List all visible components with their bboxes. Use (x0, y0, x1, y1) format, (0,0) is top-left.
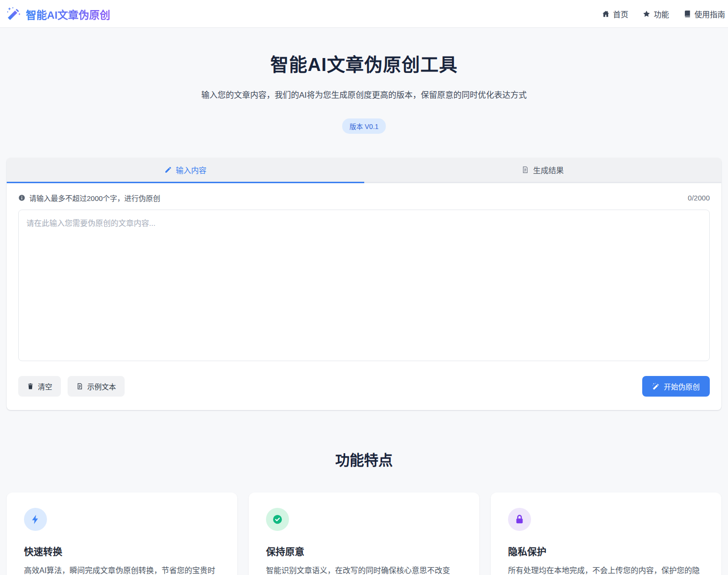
feature-desc: 所有处理均在本地完成，不会上传您的内容，保护您的隐私安全 (508, 565, 704, 575)
feature-desc: 高效AI算法，瞬间完成文章伪原创转换，节省您的宝贵时间 (24, 565, 220, 575)
feature-icon-circle (508, 508, 531, 531)
document-icon (521, 166, 529, 174)
app-logo[interactable]: 智能AI文章伪原创 (7, 6, 110, 22)
nav-item-label: 功能 (654, 8, 669, 20)
nav-item-guide[interactable]: 使用指南 (683, 8, 725, 20)
tab-label: 输入内容 (176, 164, 207, 176)
nav-item-features[interactable]: 功能 (643, 8, 669, 20)
features-section: 功能特点 快速转换 高效AI算法，瞬间完成文章伪原创转换，节省您的宝贵时间 保持… (0, 448, 728, 575)
hint-row: 请输入最多不超过2000个字，进行伪原创 0/2000 (18, 193, 710, 203)
feature-desc: 智能识别文章语义，在改写的同时确保核心意思不改变 (266, 565, 462, 575)
feature-title: 保持原意 (266, 544, 462, 558)
editor-tabbar: 输入内容 生成结果 (7, 158, 721, 183)
tab-label: 生成结果 (533, 164, 564, 176)
start-rewrite-button[interactable]: 开始伪原创 (642, 376, 710, 397)
check-circle-icon (272, 514, 283, 525)
trash-icon (27, 383, 34, 390)
features-title: 功能特点 (0, 448, 728, 469)
feature-icon-circle (266, 508, 289, 531)
info-icon (18, 194, 25, 201)
feature-grid: 快速转换 高效AI算法，瞬间完成文章伪原创转换，节省您的宝贵时间 保持原意 智能… (7, 493, 721, 575)
sample-text-button-label: 示例文本 (87, 381, 116, 391)
footer-left-buttons: 清空 示例文本 (18, 376, 125, 397)
sample-text-button[interactable]: 示例文本 (68, 376, 125, 397)
article-input[interactable] (18, 210, 710, 361)
nav-item-label: 首页 (613, 8, 628, 20)
magic-wand-icon (652, 383, 660, 390)
editor-card: 输入内容 生成结果 请输入最多不超过2000个字，进行伪原创 0/2000 (7, 158, 721, 410)
hero-section: 智能AI文章伪原创工具 输入您的文章内容，我们的AI将为您生成原创度更高的版本，… (0, 28, 728, 134)
lock-icon (514, 514, 525, 525)
start-rewrite-label: 开始伪原创 (664, 381, 700, 391)
feature-card-fast-convert: 快速转换 高效AI算法，瞬间完成文章伪原创转换，节省您的宝贵时间 (7, 493, 237, 575)
app-title: 智能AI文章伪原创 (26, 6, 110, 22)
page-title: 智能AI文章伪原创工具 (0, 50, 728, 76)
pencil-icon (164, 166, 172, 174)
magic-wand-icon (7, 7, 21, 21)
input-hint-text: 请输入最多不超过2000个字，进行伪原创 (29, 193, 160, 203)
input-hint: 请输入最多不超过2000个字，进行伪原创 (18, 193, 160, 203)
document-icon (76, 383, 83, 390)
version-badge: 版本 V0.1 (342, 118, 386, 134)
feature-icon-circle (24, 508, 47, 531)
feature-card-privacy: 隐私保护 所有处理均在本地完成，不会上传您的内容，保护您的隐私安全 (491, 493, 721, 575)
feature-card-keep-meaning: 保持原意 智能识别文章语义，在改写的同时确保核心意思不改变 (249, 493, 479, 575)
top-header: 智能AI文章伪原创 首页 功能 使用指南 (0, 0, 728, 28)
char-counter: 0/2000 (688, 194, 710, 202)
nav-item-home[interactable]: 首页 (602, 8, 628, 20)
main-nav: 首页 功能 使用指南 (602, 8, 725, 20)
book-icon (683, 10, 691, 18)
page-subtitle: 输入您的文章内容，我们的AI将为您生成原创度更高的版本，保留原意的同时优化表达方… (196, 89, 532, 102)
clear-button[interactable]: 清空 (18, 376, 61, 397)
home-icon (602, 10, 610, 18)
clear-button-label: 清空 (38, 381, 52, 391)
tab-input-content[interactable]: 输入内容 (7, 158, 364, 183)
editor-footer: 清空 示例文本 开始伪原创 (18, 376, 710, 397)
feature-title: 快速转换 (24, 544, 220, 558)
editor-body: 请输入最多不超过2000个字，进行伪原创 0/2000 清空 示例 (7, 183, 721, 410)
bolt-icon (30, 514, 41, 525)
nav-item-label: 使用指南 (694, 8, 725, 20)
star-icon (643, 10, 650, 18)
tab-generated-result[interactable]: 生成结果 (364, 158, 722, 183)
feature-title: 隐私保护 (508, 544, 704, 558)
